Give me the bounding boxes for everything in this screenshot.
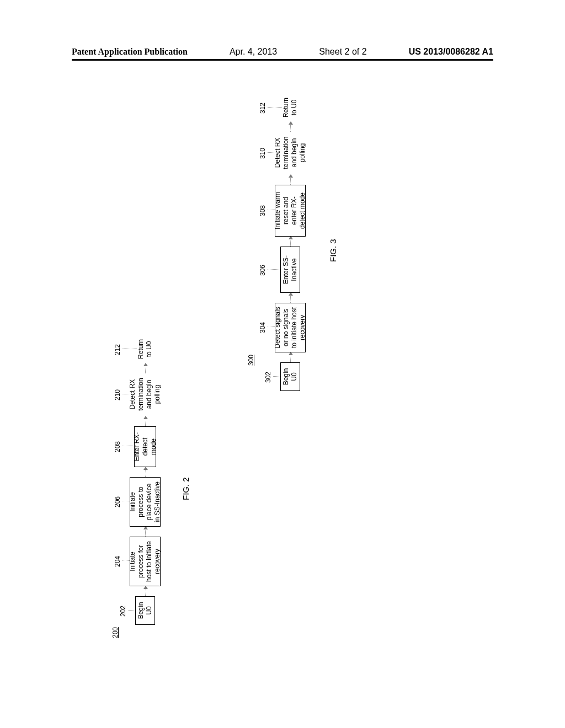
fig2-step-204-text: Initiate process for host to initiate re… xyxy=(129,540,162,582)
header-center-sheet: Sheet 2 of 2 xyxy=(319,47,366,57)
fig3-step-304: Detect signals or no signals to initiate… xyxy=(275,303,306,352)
fig3-leader-312 xyxy=(268,106,282,108)
fig2-step-210: Detect RX termination and begin polling xyxy=(130,372,161,416)
fig2-step-208-text: Enter RX-detect mode xyxy=(133,430,158,463)
fig3-arrow-3 xyxy=(290,237,291,247)
fig2-step-212: Return to U0 xyxy=(134,335,156,363)
fig3-step-302: Begin U0 xyxy=(280,362,300,391)
fig2-arrow-5 xyxy=(145,363,146,373)
fig3-arrow-1 xyxy=(290,352,291,362)
fig3-caption: FIG. 3 xyxy=(328,239,338,262)
fig2-arrow-4 xyxy=(145,416,146,426)
fig2-leader-202 xyxy=(128,609,135,611)
page-header: Patent Application Publication Apr. 4, 2… xyxy=(0,47,565,57)
fig3-step-310-text: Detect RX termination and begin polling xyxy=(274,134,307,172)
fig3-ref-302: 302 xyxy=(264,372,272,383)
fig3-ref-312: 312 xyxy=(259,103,266,114)
fig2-step-204: Initiate process for host to initiate re… xyxy=(130,537,161,586)
fig2-step-206: Initiate process to place device in SS-I… xyxy=(130,477,161,527)
fig2-arrow-1 xyxy=(145,586,146,596)
fig3-step-308-text: Initiate warm reset and enter RX-detect … xyxy=(274,189,307,233)
fig2-ref-206: 206 xyxy=(114,496,121,507)
fig3-arrow-5 xyxy=(290,122,291,132)
fig2-step-202: Begin U0 xyxy=(135,596,155,625)
fig2-step-202-text: Begin U0 xyxy=(137,600,153,621)
fig2-ref-202: 202 xyxy=(119,606,127,617)
fig2-leader-208 xyxy=(122,445,134,446)
fig3-step-302-text: Begin U0 xyxy=(282,366,299,387)
fig3-leader-310 xyxy=(268,152,279,153)
fig2-leader-204 xyxy=(122,560,130,561)
fig3-step-306-text: Enter SS-Inactive xyxy=(282,250,299,289)
fig3-leader-308 xyxy=(268,209,275,210)
fig3-step-310: Detect RX termination and begin polling xyxy=(275,131,306,175)
fig2-step-206-text: Initiate process to place device in SS-I… xyxy=(129,481,162,523)
fig3-ref-306: 306 xyxy=(259,265,266,276)
fig3-step-306: Enter SS-Inactive xyxy=(280,247,300,293)
header-left-text: Patent Application Publication xyxy=(72,47,188,57)
fig2-ref-210: 210 xyxy=(114,389,121,400)
fig3-leader-306 xyxy=(268,269,280,270)
fig2-ref-208: 208 xyxy=(114,441,121,452)
fig3-step-312-text: Return to U0 xyxy=(282,97,299,119)
fig2-arrow-2 xyxy=(145,527,146,537)
fig2-arrow-3 xyxy=(145,467,146,477)
fig2-leader-212 xyxy=(122,348,137,349)
fig2-step-210-text: Detect RX termination and begin polling xyxy=(129,376,162,413)
fig3-step-304-text: Detect signals or no signals to initiate… xyxy=(274,307,307,349)
fig3-leader-302 xyxy=(273,376,280,377)
fig3-step-308: Initiate warm reset and enter RX-detect … xyxy=(275,185,306,237)
fig2-step-212-text: Return to U0 xyxy=(137,338,153,360)
header-right-text: US 2013/0086282 A1 xyxy=(409,47,493,57)
fig3-leader-304 xyxy=(268,326,275,327)
fig2-ref-212: 212 xyxy=(114,344,121,355)
fig2-leader-210 xyxy=(122,393,134,394)
fig3-ref-308: 308 xyxy=(259,205,266,216)
fig2-leader-206 xyxy=(122,500,130,501)
fig2-ref-204: 204 xyxy=(114,556,121,567)
figure-3: 300 Begin U0 302 Detect signals or no si… xyxy=(255,129,427,410)
fig2-caption: FIG. 2 xyxy=(181,477,190,500)
fig3-step-312: Return to U0 xyxy=(279,93,301,122)
fig3-ref-310: 310 xyxy=(259,148,266,159)
fig3-ref-304: 304 xyxy=(259,322,266,333)
fig2-step-208: Enter RX-detect mode xyxy=(134,426,156,467)
fig3-number: 300 xyxy=(247,355,255,366)
header-center-date: Apr. 4, 2013 xyxy=(230,47,277,57)
header-rule xyxy=(72,59,493,61)
fig3-arrow-2 xyxy=(290,293,291,303)
fig3-arrow-4 xyxy=(290,175,291,185)
fig2-number: 200 xyxy=(111,627,119,638)
